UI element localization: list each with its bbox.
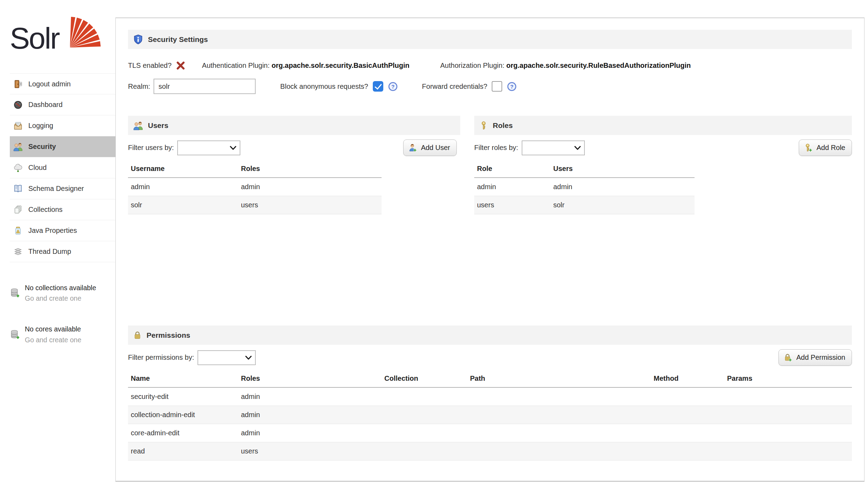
users-icon [133,121,143,130]
sidebar-item-java-properties[interactable]: Java Properties [10,220,115,241]
table-cell: admin [238,406,382,424]
database-add-icon [10,329,20,340]
users-table-header-row: Username Roles [128,161,382,178]
sidebar-item-label: Java Properties [28,227,77,235]
block-anonymous-label: Block anonymous requests? [280,83,368,91]
realm-input[interactable] [154,79,256,94]
sidebar-item-label: Dashboard [28,101,63,109]
permissions-table: Name Roles Collection Path Method Params… [128,371,852,460]
sidebar-item-thread-dump[interactable]: Thread Dump [10,241,115,262]
authz-plugin: Authorization Plugin: org.apache.solr.se… [440,62,691,70]
solr-sunburst-icon [69,14,104,49]
chevron-down-icon [574,146,581,150]
table-cell: read [128,442,238,460]
sidebar-item-logout[interactable]: Logout admin [10,73,115,94]
table-cell: admin [128,178,238,196]
table-cell: users [238,442,382,460]
permissions-table-header-row: Name Roles Collection Path Method Params [128,371,852,387]
solr-logo[interactable]: Solr [10,8,108,64]
shield-info-icon [133,34,143,45]
help-icon[interactable] [388,82,398,91]
table-row[interactable]: solrusers [128,196,382,214]
schema-book-icon [13,184,23,194]
perm-col-name: Name [128,371,238,387]
sidebar-item-collections[interactable]: Collections [10,199,115,220]
sidebar-item-cloud[interactable]: Cloud [10,157,115,178]
auth-plugin: Authentication Plugin: org.apache.solr.s… [202,62,410,70]
table-cell: admin [238,387,382,406]
table-row[interactable]: collection-admin-editadmin [128,406,852,424]
roles-panel-title: Roles [493,121,513,130]
roles-filter-row: Filter roles by: Add Role [474,140,852,156]
block-anonymous-checkbox[interactable] [373,81,383,92]
table-cell [467,442,651,460]
table-cell: users [474,196,550,214]
table-cell [651,406,724,424]
sidebar-item-label: Schema Designer [28,185,84,193]
security-users-icon [13,142,23,152]
users-col-roles: Roles [238,161,382,178]
plugin-info-row: TLS enabled? Authentication Plugin: org.… [128,61,852,70]
chevron-down-icon [230,146,236,150]
add-permission-icon [783,353,792,362]
tls-disabled-x-icon [176,61,185,70]
perm-col-params: Params [724,371,852,387]
sidebar-item-label: Cloud [28,164,47,172]
users-filter-select[interactable] [177,141,240,155]
create-collection-link[interactable]: Go and create one [25,293,100,303]
table-cell: admin [238,178,382,196]
sidebar-item-label: Thread Dump [28,248,71,256]
roles-col-role: Role [474,161,550,178]
tls-enabled-label: TLS enabled? [128,62,172,70]
perm-col-roles: Roles [238,371,382,387]
table-cell: admin [474,178,550,196]
add-user-button[interactable]: Add User [403,140,457,156]
table-cell: admin [550,178,695,196]
sidebar-item-security[interactable]: Security [10,136,115,157]
dashboard-icon [13,100,23,110]
authz-plugin-label: Authorization Plugin: [440,62,504,69]
add-permission-button[interactable]: Add Permission [778,349,852,366]
logging-icon [13,121,23,131]
table-row[interactable]: adminadmin [474,178,695,196]
add-role-button[interactable]: Add Role [799,140,852,156]
table-row[interactable]: security-editadmin [128,387,852,406]
sidebar-item-schema-designer[interactable]: Schema Designer [10,178,115,199]
table-row[interactable]: userssolr [474,196,695,214]
create-core-link[interactable]: Go and create one [25,335,100,345]
sidebar-menu: Logout admin Dashboard Logging Security … [10,73,115,262]
users-panel: Users Filter users by: Add User Username… [128,116,460,214]
roles-filter-select[interactable] [522,141,585,155]
table-cell [724,406,852,424]
table-cell: solr [128,196,238,214]
perm-col-collection: Collection [382,371,467,387]
forward-credentials-checkbox[interactable] [492,81,502,92]
solr-logo-text: Solr [10,21,59,56]
sidebar-item-logging[interactable]: Logging [10,115,115,136]
table-row[interactable]: readusers [128,442,852,460]
table-cell [651,387,724,406]
permissions-filter-select[interactable] [198,350,256,365]
users-filter-row: Filter users by: Add User [128,140,460,156]
users-col-username: Username [128,161,238,178]
add-user-icon [408,143,417,152]
table-cell [724,442,852,460]
no-cores-notice: No cores available Go and create one [10,324,115,345]
users-table: Username Roles adminadminsolrusers [128,161,382,214]
table-cell [382,424,467,442]
table-row[interactable]: adminadmin [128,178,382,196]
table-cell [467,387,651,406]
users-panel-title: Users [148,121,168,130]
roles-panel-header: Roles [474,116,852,135]
table-cell [724,387,852,406]
sidebar-item-dashboard[interactable]: Dashboard [10,94,115,115]
perm-col-path: Path [467,371,651,387]
table-cell [467,424,651,442]
table-cell [651,424,724,442]
help-icon[interactable] [507,82,517,91]
table-row[interactable]: core-admin-editadmin [128,424,852,442]
collections-icon [13,205,23,215]
table-cell: collection-admin-edit [128,406,238,424]
realm-row: Realm: Block anonymous requests? Forward… [128,79,852,94]
no-cores-text: No cores available [25,325,81,333]
